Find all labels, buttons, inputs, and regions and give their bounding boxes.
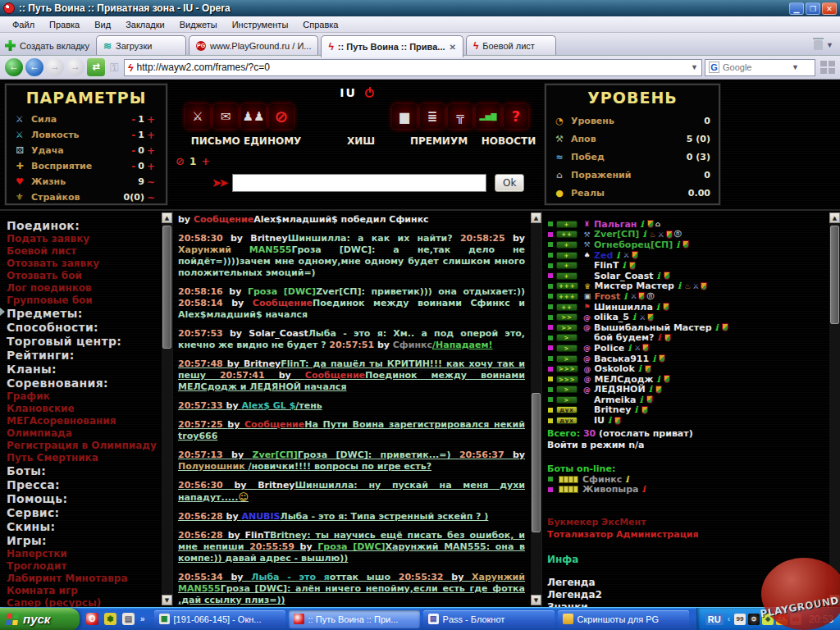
podium-icon[interactable]: ╦: [448, 104, 472, 129]
forward-alt-button[interactable]: →: [66, 58, 84, 76]
bot-name[interactable]: Сфинкс: [582, 474, 622, 485]
sidebar-item-Поединок:[interactable]: Поединок:: [7, 219, 167, 233]
url-input[interactable]: [137, 62, 688, 73]
sidebar-item-Пресса:[interactable]: Пресса:: [7, 478, 167, 492]
player-row[interactable]: >>@Вышибальный Мастерi: [547, 322, 828, 333]
bot-row[interactable]: Живопыраi: [547, 484, 828, 495]
player-name[interactable]: бой будем?: [594, 332, 654, 343]
player-row[interactable]: ++⚒Zver[СП]i♨⚔ⓝ: [547, 230, 828, 240]
search-dropdown-icon[interactable]: ▼: [792, 63, 799, 71]
sidebar-item-Предметы:[interactable]: Предметы:: [7, 307, 167, 321]
chat-scrollbar[interactable]: ▲ ▼: [531, 212, 541, 605]
sidebar-item-Торговый-центр:[interactable]: Торговый центр:: [7, 335, 167, 349]
info-icon[interactable]: i: [676, 240, 679, 250]
player-row[interactable]: +♜Пальганi⌂: [547, 219, 828, 230]
player-name[interactable]: Васька911: [594, 354, 649, 364]
player-name[interactable]: IU: [594, 415, 605, 426]
menu-item-Виджеты[interactable]: Виджеты: [172, 18, 225, 31]
player-row[interactable]: +++▣Frosti⚔ⓝ: [547, 291, 828, 302]
info-icon[interactable]: i: [640, 219, 643, 230]
za-tray-icon[interactable]: ZA: [776, 614, 788, 625]
sidebar-item-Наперстки[interactable]: Наперстки: [7, 548, 167, 560]
scroll-up-icon[interactable]: ▲: [162, 212, 172, 223]
letter-icon[interactable]: ✉: [213, 104, 238, 129]
sidebar-item-Отозвать-бой[interactable]: Отозвать бой: [7, 270, 167, 282]
chat-ok-button[interactable]: Ok: [495, 174, 524, 192]
player-row[interactable]: духBritneyi: [547, 405, 828, 416]
info-icon[interactable]: i: [657, 332, 660, 343]
info-icon[interactable]: i: [625, 474, 628, 485]
decrease-button[interactable]: -: [129, 161, 138, 172]
info-icon[interactable]: i: [634, 404, 637, 415]
people-icon[interactable]: ♟♟: [241, 104, 266, 129]
tray-chevron-icon[interactable]: ‹: [728, 614, 730, 623]
back-button[interactable]: ←: [5, 58, 23, 76]
player-row[interactable]: >>>@МЕЛСдоджi: [547, 374, 828, 385]
info-icon[interactable]: i: [678, 281, 681, 291]
scroll-up-icon[interactable]: ▲: [531, 212, 541, 223]
info-icon[interactable]: i: [608, 415, 611, 426]
player-name[interactable]: ЛЕДЯНОЙ: [594, 384, 646, 395]
sidebar-item-Скины:[interactable]: Скины:: [7, 520, 167, 534]
info-icon[interactable]: i: [623, 291, 627, 302]
chat-message[interactable]: 20:57:48 by BritneyFlinT: да пашёл ты КР…: [178, 358, 525, 393]
keys-icon[interactable]: ⚿: [107, 61, 121, 75]
start-button[interactable]: пуск: [0, 608, 80, 630]
player-name[interactable]: Britney: [594, 404, 631, 415]
menu-item-Файл[interactable]: Файл: [5, 18, 42, 31]
forward-button[interactable]: →: [46, 58, 64, 76]
back-alt-button[interactable]: ←: [25, 58, 43, 76]
restore-button[interactable]: ❐: [806, 2, 820, 15]
chat-message[interactable]: 20:56:30 by BritneyШиншилла: ну пускай н…: [178, 480, 525, 504]
sidebar-item-Рейтинги:[interactable]: Рейтинги:: [7, 349, 167, 363]
player-name[interactable]: Огнеборец[СП]: [594, 240, 673, 250]
info-icon[interactable]: i: [638, 363, 641, 374]
player-name[interactable]: FlinT: [594, 260, 619, 271]
player-name[interactable]: Мистер Мастер: [595, 281, 674, 291]
sidebar-item-График[interactable]: График: [7, 390, 167, 403]
sidebar-item-Игры:[interactable]: Игры:: [7, 534, 167, 548]
sidebar-item-Подать-заявку[interactable]: Подать заявку: [7, 233, 167, 245]
mode-link[interactable]: Войти в режим n/a: [547, 440, 828, 450]
chat-message[interactable]: 20:57:33 by Alex$ GL $/тень: [178, 400, 525, 412]
chart-icon[interactable]: ▂▅▇: [476, 104, 500, 129]
question-icon[interactable]: ?: [504, 104, 528, 129]
player-name[interactable]: Вышибальный Мастер: [594, 322, 712, 333]
info-icon[interactable]: i: [652, 354, 655, 364]
service-link-Букмекер ЭксМент[interactable]: Букмекер ЭксМент: [547, 516, 828, 528]
decrease-button[interactable]: -: [129, 114, 138, 126]
sidebar-item-Лог-поединков[interactable]: Лог поединков: [7, 282, 167, 294]
player-row[interactable]: духIUi: [547, 415, 828, 426]
sidebar-item-Боевой-лист[interactable]: Боевой лист: [7, 245, 167, 258]
chat-message[interactable]: 20:56:28 by ANUBISЛыба - это я: Типа эст…: [178, 511, 525, 523]
decrease-button[interactable]: -: [129, 130, 138, 141]
menu-item-Закладки[interactable]: Закладки: [118, 18, 172, 31]
decrease-button[interactable]: -: [129, 145, 138, 157]
player-row[interactable]: >@Васька911i: [547, 354, 828, 364]
sidebar-item-МЕГАсоревнования[interactable]: МЕГАсоревнования: [7, 415, 167, 427]
info-icon[interactable]: i: [632, 312, 636, 322]
player-row[interactable]: +♠Zedi⚔: [547, 250, 828, 261]
search-input[interactable]: [723, 62, 788, 72]
player-row[interactable]: >@ЛЕДЯНОЙi: [547, 385, 828, 395]
chat-message[interactable]: 20:55:34 by Лыба - это яоттак ышо 20:55:…: [178, 572, 525, 606]
sidebar-item-Соревнования:[interactable]: Соревнования:: [7, 377, 167, 390]
tab-3[interactable]: ϟБоевой лист: [466, 35, 556, 55]
sidebar-item-Боты:[interactable]: Боты:: [7, 464, 167, 478]
url-dropdown-icon[interactable]: ▼: [691, 63, 698, 71]
sidebar-item-Способности:[interactable]: Способности:: [7, 321, 167, 335]
player-row[interactable]: +Solar_Coasti: [547, 271, 828, 281]
sidebar-item-Путь-Смертника[interactable]: Путь Смертника: [7, 452, 167, 464]
sidebar-item-Сапер-(ресурсы)[interactable]: Сапер (ресурсы): [7, 597, 167, 607]
menu-item-Правка[interactable]: Правка: [42, 18, 87, 31]
reload-button[interactable]: ⇄: [87, 58, 105, 76]
sidebar-item-Отозвать-заявку[interactable]: Отозвать заявку: [7, 258, 167, 270]
scroll-thumb[interactable]: [830, 226, 839, 324]
increase-button[interactable]: +: [144, 130, 158, 141]
sidebar-item-Комната-игр[interactable]: Комната игр: [7, 585, 167, 597]
sidebar-item-Помощь:[interactable]: Помощь:: [7, 492, 167, 506]
sword-icon[interactable]: ⚔: [185, 104, 210, 129]
scroll-down-icon[interactable]: ▼: [829, 595, 840, 605]
increase-button[interactable]: +: [144, 114, 158, 126]
icq99-tray-icon[interactable]: 99: [734, 614, 746, 625]
